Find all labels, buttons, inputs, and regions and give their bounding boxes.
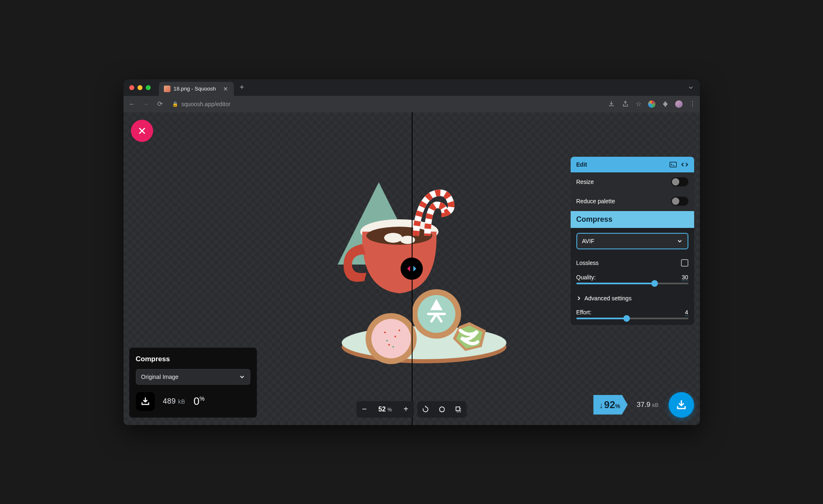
arrow-down-icon: ↓	[599, 401, 603, 410]
left-compress-panel: Compress Original Image 489 kB 0%	[129, 348, 257, 418]
download-left-button[interactable]	[136, 392, 155, 411]
comparison-slider-handle[interactable]	[401, 258, 423, 280]
share-icon[interactable]	[622, 100, 629, 108]
zoom-controls: − 52 % +	[356, 401, 467, 418]
svg-point-16	[392, 346, 394, 348]
bookmark-icon[interactable]: ☆	[636, 100, 641, 108]
install-icon[interactable]	[608, 100, 615, 108]
effort-row: Effort: 4	[571, 307, 694, 325]
svg-point-3	[384, 233, 402, 243]
download-right-button[interactable]	[669, 392, 694, 418]
url-path: /editor	[214, 101, 231, 107]
advanced-label: Advanced settings	[585, 295, 632, 302]
titlebar: 18.png - Squoosh ✕ +	[124, 79, 700, 96]
left-codec-value: Original Image	[141, 374, 179, 380]
savings-percent: 92	[604, 399, 615, 411]
svg-point-8	[371, 319, 411, 358]
url-bar[interactable]: 🔒 squoosh.app/editor	[170, 101, 603, 107]
effort-slider[interactable]	[576, 318, 688, 319]
compress-header: Compress	[571, 211, 694, 228]
svg-point-4	[400, 236, 415, 244]
svg-point-14	[399, 330, 400, 331]
tab-title: 18.png - Squoosh	[174, 86, 216, 92]
left-stats: 489 kB 0%	[136, 392, 250, 411]
close-window-button[interactable]	[129, 85, 134, 90]
forward-button[interactable]: →	[142, 100, 151, 108]
favicon	[164, 86, 170, 92]
codec-select[interactable]: AVIF	[576, 233, 688, 249]
svg-point-18	[440, 407, 445, 412]
resize-row: Resize	[571, 172, 694, 192]
quality-row: Quality: 30	[571, 272, 694, 290]
zoom-value: 52 %	[373, 406, 398, 413]
editor-viewport[interactable]: Compress Original Image 489 kB 0% Edit	[124, 112, 700, 425]
effort-value[interactable]: 4	[685, 309, 688, 316]
lossless-label: Lossless	[576, 260, 599, 266]
svg-point-13	[388, 344, 390, 346]
left-size: 489 kB	[163, 397, 185, 406]
reload-button[interactable]: ⟳	[156, 100, 165, 108]
left-codec-select[interactable]: Original Image	[136, 369, 250, 385]
right-options-panel: Edit Resize Reduce palette Compress AVIF	[571, 157, 694, 325]
browser-toolbar: ← → ⟳ 🔒 squoosh.app/editor ☆ ⋮	[124, 96, 700, 112]
right-download-area: ↓ 92 % 37.9 kB	[593, 392, 694, 418]
zoom-in-button[interactable]: +	[398, 401, 414, 418]
url-host: squoosh.app	[182, 101, 214, 107]
zoom-group: − 52 % +	[356, 401, 414, 418]
rotate-button[interactable]	[417, 401, 434, 418]
close-tab-button[interactable]: ✕	[223, 86, 228, 92]
lossless-checkbox[interactable]	[681, 259, 688, 267]
browser-window: 18.png - Squoosh ✕ + ← → ⟳ 🔒 squoosh.app…	[124, 79, 700, 425]
minimize-window-button[interactable]	[138, 85, 142, 90]
terminal-icon[interactable]	[669, 161, 677, 168]
resize-toggle[interactable]	[671, 177, 688, 186]
swap-icon[interactable]	[681, 161, 688, 168]
maximize-window-button[interactable]	[146, 85, 151, 90]
extensions-icon[interactable]	[662, 101, 669, 107]
codec-value: AVIF	[582, 238, 595, 244]
reduce-palette-label: Reduce palette	[576, 198, 615, 204]
resize-label: Resize	[576, 179, 594, 185]
menu-icon[interactable]: ⋮	[689, 100, 696, 108]
close-editor-button[interactable]	[131, 120, 153, 142]
reduce-palette-toggle[interactable]	[671, 197, 688, 206]
profile-avatar[interactable]	[675, 100, 683, 108]
chevron-down-icon	[677, 238, 683, 244]
flip-button[interactable]	[450, 401, 467, 418]
quality-slider[interactable]	[576, 283, 688, 284]
edit-title: Edit	[576, 161, 587, 168]
advanced-settings-toggle[interactable]: Advanced settings	[571, 290, 694, 307]
svg-point-12	[394, 336, 396, 337]
quality-label: Quality:	[576, 274, 596, 281]
chevron-right-icon	[576, 296, 581, 301]
lock-icon: 🔒	[172, 101, 178, 107]
edit-header: Edit	[571, 157, 694, 172]
quality-value[interactable]: 30	[682, 274, 688, 281]
window-expand-icon[interactable]	[688, 84, 694, 91]
back-button[interactable]: ←	[128, 100, 137, 108]
output-size: 37.9 kB	[628, 401, 669, 409]
effort-label: Effort:	[576, 309, 592, 316]
savings-unit: %	[615, 403, 620, 409]
new-tab-button[interactable]: +	[240, 83, 244, 92]
lossless-row: Lossless	[571, 254, 694, 272]
extension-icon-1[interactable]	[648, 100, 655, 108]
background-toggle-button[interactable]	[434, 401, 450, 418]
tool-group	[417, 401, 467, 418]
zoom-out-button[interactable]: −	[356, 401, 373, 418]
reduce-palette-row: Reduce palette	[571, 192, 694, 211]
svg-rect-19	[456, 407, 460, 411]
svg-point-15	[386, 340, 388, 341]
compress-title: Compress	[576, 215, 613, 224]
svg-rect-17	[670, 162, 676, 167]
chevron-down-icon	[239, 374, 245, 380]
toolbar-right-icons: ☆ ⋮	[608, 100, 696, 108]
left-percent: 0%	[194, 395, 205, 408]
traffic-lights	[129, 85, 151, 90]
savings-badge: ↓ 92 %	[593, 395, 627, 415]
svg-point-11	[384, 332, 386, 333]
left-panel-title: Compress	[136, 355, 250, 363]
browser-tab[interactable]: 18.png - Squoosh ✕	[159, 82, 234, 96]
